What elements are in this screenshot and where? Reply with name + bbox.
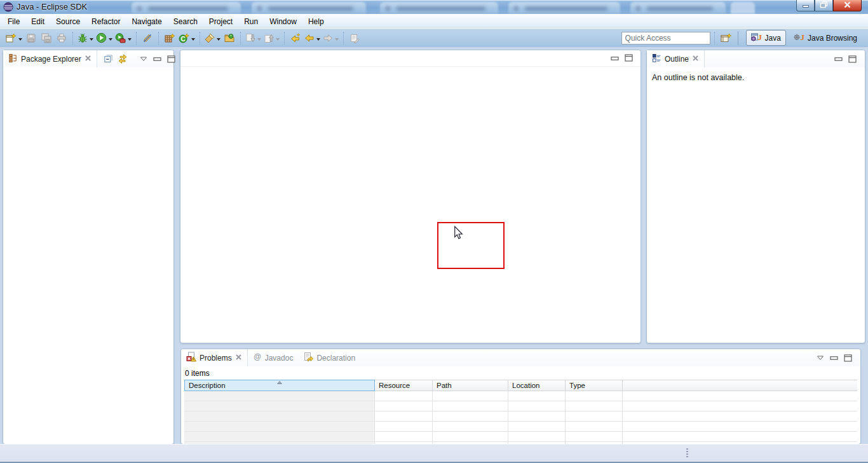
window-controls bbox=[796, 0, 862, 11]
tab-outline[interactable]: Outline bbox=[647, 50, 705, 67]
table-cell bbox=[508, 391, 566, 401]
table-cell bbox=[184, 411, 375, 421]
quick-access-input[interactable] bbox=[621, 32, 710, 45]
tab-declaration[interactable]: Declaration bbox=[298, 349, 360, 366]
menu-run[interactable]: Run bbox=[238, 15, 264, 28]
table-row bbox=[184, 411, 857, 422]
tab-problems[interactable]: Problems bbox=[181, 349, 248, 366]
new-java-class-button[interactable]: C bbox=[177, 31, 196, 46]
editor-content[interactable] bbox=[180, 67, 641, 343]
toolbar-separator bbox=[343, 32, 344, 45]
table-cell bbox=[566, 391, 623, 401]
open-type-button[interactable] bbox=[222, 31, 237, 46]
view-menu-button[interactable] bbox=[140, 56, 147, 62]
background-browser-tab bbox=[132, 2, 241, 14]
new-wizard-button[interactable] bbox=[4, 31, 24, 46]
link-with-editor-button[interactable] bbox=[118, 54, 128, 64]
close-tab-icon[interactable] bbox=[235, 354, 242, 363]
minimize-view-button[interactable] bbox=[834, 55, 843, 62]
dropdown-arrow-icon[interactable] bbox=[128, 33, 132, 43]
perspective-java[interactable]: JJava bbox=[746, 30, 786, 46]
table-cell bbox=[433, 391, 508, 401]
background-browser-tab bbox=[731, 2, 755, 14]
back-history-button[interactable] bbox=[303, 31, 322, 46]
close-button[interactable] bbox=[833, 0, 862, 11]
tab-package-explorer[interactable]: Package Explorer bbox=[3, 50, 97, 67]
menu-edit[interactable]: Edit bbox=[25, 15, 50, 28]
menu-search[interactable]: Search bbox=[168, 15, 203, 28]
svg-text:C: C bbox=[180, 35, 185, 42]
perspective-switcher: JJavaJJava Browsing bbox=[745, 30, 864, 46]
toolbar-group bbox=[203, 31, 237, 46]
minimize-view-button[interactable] bbox=[830, 354, 838, 361]
column-label: Description bbox=[189, 382, 226, 389]
problems-icon bbox=[186, 352, 196, 364]
debug-button[interactable] bbox=[76, 31, 95, 46]
package-explorer-content[interactable] bbox=[3, 67, 173, 444]
main-toolbar: C JJavaJJava Browsing bbox=[0, 28, 868, 47]
column-header-location[interactable]: Location bbox=[508, 380, 566, 391]
sort-ascending-icon bbox=[277, 380, 282, 384]
tab-javadoc[interactable]: @Javadoc bbox=[248, 349, 299, 366]
menu-file[interactable]: File bbox=[2, 15, 25, 28]
maximize-view-button[interactable] bbox=[625, 54, 633, 62]
table-cell bbox=[566, 432, 623, 441]
dropdown-arrow-icon[interactable] bbox=[18, 33, 22, 43]
table-cell bbox=[375, 432, 433, 441]
open-perspective-button[interactable] bbox=[719, 31, 734, 46]
view-menu-button[interactable] bbox=[817, 355, 824, 361]
problems-header: Problems@JavadocDeclaration bbox=[181, 349, 860, 366]
table-cell bbox=[184, 432, 375, 441]
menu-help[interactable]: Help bbox=[302, 15, 330, 28]
column-header-path[interactable]: Path bbox=[433, 380, 508, 391]
menu-source[interactable]: Source bbox=[50, 15, 86, 28]
column-header-type[interactable]: Type bbox=[566, 380, 623, 391]
dropdown-arrow-icon[interactable] bbox=[191, 33, 195, 43]
dropdown-arrow-icon[interactable] bbox=[90, 33, 93, 43]
new-java-project-button[interactable] bbox=[162, 31, 177, 46]
minimize-view-button[interactable] bbox=[153, 55, 161, 62]
menu-window[interactable]: Window bbox=[264, 15, 302, 28]
statusbar-drag-handle-icon[interactable] bbox=[686, 448, 688, 459]
package-explorer-window-buttons bbox=[136, 55, 184, 63]
close-tab-icon[interactable] bbox=[692, 55, 699, 64]
dropdown-arrow-icon[interactable] bbox=[109, 33, 112, 43]
outline-icon bbox=[652, 53, 661, 65]
table-cell bbox=[623, 401, 857, 411]
maximize-view-button[interactable] bbox=[844, 354, 852, 362]
toolbar-separator bbox=[240, 32, 241, 45]
print-button bbox=[54, 31, 69, 46]
maximize-view-button[interactable] bbox=[848, 55, 857, 63]
toolbar-group bbox=[140, 31, 155, 46]
minimize-view-button[interactable] bbox=[611, 54, 619, 62]
toolbar-separator bbox=[714, 32, 715, 45]
menubar: FileEditSourceRefactorNavigateSearchProj… bbox=[0, 14, 868, 28]
column-header-resource[interactable]: Resource bbox=[375, 380, 433, 391]
table-body bbox=[184, 391, 857, 445]
save-button bbox=[24, 31, 39, 46]
run-button[interactable] bbox=[95, 31, 114, 46]
menu-project[interactable]: Project bbox=[203, 15, 238, 28]
background-browser-tab bbox=[252, 2, 366, 14]
dropdown-arrow-icon[interactable] bbox=[217, 33, 220, 43]
perspective-java-browsing[interactable]: JJava Browsing bbox=[789, 30, 862, 46]
table-cell bbox=[433, 411, 508, 421]
problems-table: DescriptionResourcePathLocationType bbox=[184, 380, 857, 445]
column-header-description[interactable]: Description bbox=[184, 380, 375, 391]
slashed-pencil-button[interactable] bbox=[140, 31, 155, 46]
problems-window-buttons bbox=[813, 354, 860, 362]
column-label: Path bbox=[437, 382, 452, 389]
menu-navigate[interactable]: Navigate bbox=[126, 15, 167, 28]
close-tab-icon[interactable] bbox=[85, 55, 92, 64]
declaration-icon bbox=[303, 352, 313, 364]
dropdown-arrow-icon[interactable] bbox=[316, 33, 320, 43]
restore-button[interactable] bbox=[815, 0, 833, 11]
java-search-button[interactable] bbox=[203, 31, 222, 46]
table-header-row: DescriptionResourcePathLocationType bbox=[184, 380, 857, 391]
maximize-view-button[interactable] bbox=[167, 55, 175, 63]
minimize-button[interactable] bbox=[796, 0, 815, 11]
run-external-tools-button[interactable] bbox=[114, 31, 133, 46]
collapse-all-button[interactable] bbox=[104, 54, 113, 64]
menu-refactor[interactable]: Refactor bbox=[86, 15, 126, 28]
last-edit-location-button[interactable] bbox=[288, 31, 303, 46]
